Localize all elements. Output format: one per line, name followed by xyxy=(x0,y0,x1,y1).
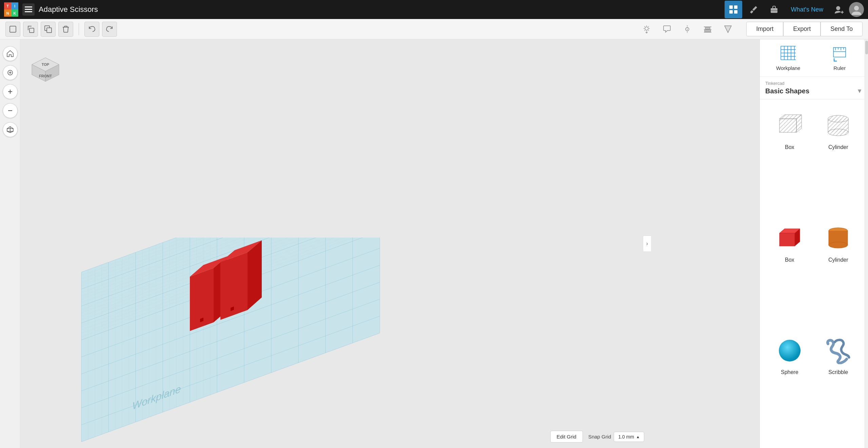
logo-cell-br: K xyxy=(11,10,18,17)
workplane-icon xyxy=(780,45,797,62)
shape-label-scribble: Scribble xyxy=(828,369,848,375)
avatar[interactable] xyxy=(849,2,864,17)
svg-rect-1 xyxy=(25,9,32,10)
menu-icon[interactable] xyxy=(22,3,35,16)
svg-line-24 xyxy=(648,30,649,31)
duplicate-btn[interactable] xyxy=(41,22,56,37)
undo-btn[interactable] xyxy=(84,22,99,37)
snap-grid-control: Snap Grid 1.0 mm ▲ xyxy=(588,432,644,442)
svg-rect-3 xyxy=(729,5,733,9)
workplane-panel-label: Workplane xyxy=(776,65,800,71)
svg-rect-4 xyxy=(734,5,737,9)
panel-collapse-handle[interactable]: › xyxy=(643,236,651,252)
perspective-btn[interactable] xyxy=(3,122,18,137)
home-view-btn[interactable] xyxy=(3,46,18,61)
tools-btn[interactable] xyxy=(745,1,763,18)
bottom-bar: Edit Grid Snap Grid 1.0 mm ▲ xyxy=(550,431,644,443)
edit-grid-btn[interactable]: Edit Grid xyxy=(550,431,583,443)
svg-rect-2 xyxy=(25,11,32,12)
snap-value-select[interactable]: 1.0 mm ▲ xyxy=(614,432,644,442)
logo-cell-tl: T xyxy=(4,2,11,10)
svg-rect-32 xyxy=(705,27,710,29)
mirror-btn[interactable] xyxy=(680,22,695,37)
shape-label-box-gray: Box xyxy=(785,144,794,150)
shape-thumb-scribble xyxy=(820,335,857,366)
right-panel: Workplane xyxy=(760,39,868,448)
redo-btn[interactable] xyxy=(102,22,117,37)
chevron-down-icon: ▼ xyxy=(856,88,863,95)
flip-btn[interactable] xyxy=(721,22,735,37)
svg-rect-7 xyxy=(750,10,753,14)
svg-rect-34 xyxy=(705,30,711,32)
panel-header: Workplane xyxy=(760,39,868,77)
shape-thumb-box-red xyxy=(771,223,808,254)
zoom-in-btn[interactable] xyxy=(3,84,18,99)
svg-rect-6 xyxy=(734,10,737,14)
copy-btn[interactable] xyxy=(23,22,38,37)
svg-rect-0 xyxy=(25,6,32,7)
svg-line-26 xyxy=(645,30,645,31)
delete-btn[interactable] xyxy=(58,22,73,37)
snap-grid-label: Snap Grid xyxy=(588,434,611,440)
shape-item-sphere-blue[interactable]: Sphere xyxy=(765,330,814,443)
grid-view-btn[interactable] xyxy=(725,1,742,18)
shape-thumb-cylinder-orange xyxy=(820,223,857,254)
fit-view-btn[interactable] xyxy=(3,65,18,80)
svg-rect-5 xyxy=(729,10,733,14)
align-btn[interactable] xyxy=(700,22,715,37)
view-cube[interactable]: TOP FRONT xyxy=(28,48,59,78)
shape-item-scribble[interactable]: Scribble xyxy=(814,330,863,443)
shape-item-box-red[interactable]: Box xyxy=(765,218,814,330)
toolbar-right xyxy=(639,22,735,37)
import-btn[interactable]: Import xyxy=(746,22,783,36)
shape-label-sphere: Sphere xyxy=(781,369,798,375)
toolbar: Import Export Send To xyxy=(0,19,868,39)
svg-point-146 xyxy=(829,242,848,248)
workplane-area[interactable]: Workplane xyxy=(37,80,760,448)
toolbar-sep-1 xyxy=(79,23,79,35)
shape-label-cylinder-orange: Cylinder xyxy=(828,257,848,263)
whats-new-btn[interactable]: What's New xyxy=(786,6,829,13)
projects-btn[interactable] xyxy=(765,1,783,18)
shape-item-box-gray[interactable]: Box xyxy=(765,105,814,218)
shape-thumb-cylinder-gray xyxy=(820,110,857,141)
svg-rect-14 xyxy=(10,26,16,32)
shape-label-box-red: Box xyxy=(785,257,794,263)
ruler-panel-label: Ruler xyxy=(833,65,846,71)
logo-cell-tr: I xyxy=(11,2,18,10)
new-btn[interactable] xyxy=(5,22,20,37)
svg-text:FRONT: FRONT xyxy=(39,74,52,78)
shape-item-cylinder-orange[interactable]: Cylinder xyxy=(814,218,863,330)
add-user-btn[interactable] xyxy=(831,2,846,17)
svg-line-23 xyxy=(645,26,645,27)
main-content: TOP FRONT xyxy=(0,39,868,448)
shape-thumb-sphere-blue xyxy=(771,335,808,366)
export-btn[interactable]: Export xyxy=(783,22,821,36)
svg-rect-15 xyxy=(29,28,34,33)
viewport[interactable]: TOP FRONT xyxy=(20,39,760,448)
scrollbar[interactable] xyxy=(865,39,868,448)
shape-category-label: Tinkercad xyxy=(765,81,863,86)
light-btn[interactable] xyxy=(639,22,654,37)
svg-point-13 xyxy=(854,6,859,11)
app-title: Adaptive Scissors xyxy=(39,5,721,14)
scrollbar-thumb[interactable] xyxy=(865,41,868,54)
shape-item-cylinder-gray[interactable]: Cylinder xyxy=(814,105,863,218)
svg-point-10 xyxy=(836,6,840,10)
navbar: T I N K Adaptive Scissors xyxy=(0,0,868,19)
svg-line-25 xyxy=(648,26,649,27)
send-to-btn[interactable]: Send To xyxy=(821,22,863,36)
svg-rect-133 xyxy=(780,119,796,132)
shapes-grid: Box xyxy=(760,99,868,448)
svg-point-138 xyxy=(828,129,848,136)
comment-btn[interactable] xyxy=(659,22,674,37)
svg-point-149 xyxy=(779,340,801,361)
ruler-panel-btn[interactable]: Ruler xyxy=(817,45,863,71)
logo[interactable]: T I N K xyxy=(4,2,18,17)
workplane-panel-btn[interactable]: Workplane xyxy=(765,45,811,71)
shape-selector[interactable]: Tinkercad Basic Shapes ▼ xyxy=(760,77,868,99)
shape-selector-text: Basic Shapes xyxy=(765,87,809,95)
svg-marker-36 xyxy=(725,26,731,33)
zoom-out-btn[interactable] xyxy=(3,103,18,118)
shape-selector-value[interactable]: Basic Shapes ▼ xyxy=(765,87,863,95)
